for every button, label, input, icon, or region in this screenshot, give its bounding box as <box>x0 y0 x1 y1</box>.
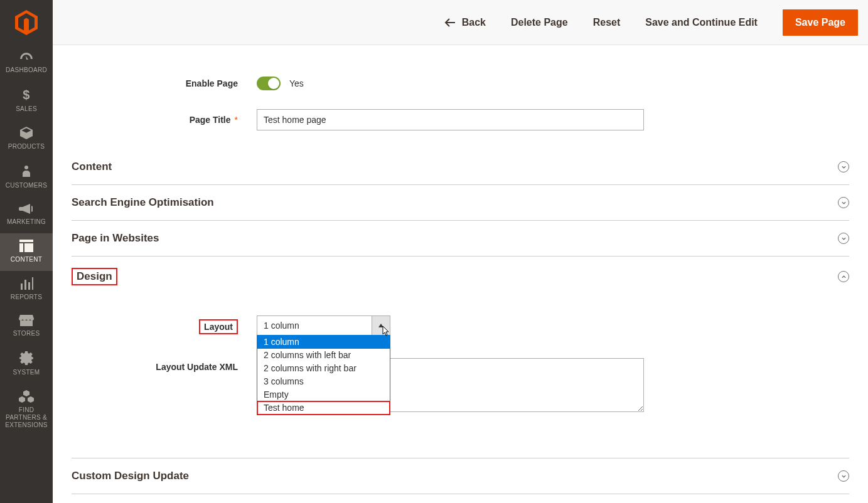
layout-option[interactable]: 2 columns with right bar <box>257 362 390 375</box>
sidebar-item-label: CONTENT <box>8 256 45 263</box>
sidebar-item-products[interactable]: PRODUCTS <box>0 120 53 158</box>
sidebar-item-label: REPORTS <box>8 294 45 301</box>
chevron-up-icon <box>838 271 849 282</box>
box-icon <box>19 127 33 140</box>
storefront-icon <box>19 315 34 327</box>
layout-option[interactable]: Test home <box>257 401 390 415</box>
dashboard-icon <box>19 51 34 64</box>
top-action-bar: Back Delete Page Reset Save and Continue… <box>53 0 868 45</box>
accordion-content-header[interactable]: Content <box>72 149 849 184</box>
layout-label: Layout <box>204 322 233 332</box>
main-content: Back Delete Page Reset Save and Continue… <box>53 0 868 503</box>
magento-logo-icon <box>15 10 38 35</box>
save-continue-button[interactable]: Save and Continue Edit <box>645 17 758 28</box>
layout-option[interactable]: 3 columns <box>257 375 390 388</box>
sidebar-item-label: DASHBOARD <box>3 66 50 74</box>
dollar-icon: $ <box>22 88 31 103</box>
page-title-row: Page Title <box>72 109 849 130</box>
sidebar-item-find-partners-extensions[interactable]: FIND PARTNERS & EXTENSIONS <box>0 384 53 437</box>
svg-text:$: $ <box>23 88 29 102</box>
accordion-page-in-websites-title: Page in Websites <box>72 232 159 245</box>
sidebar-item-system[interactable]: SYSTEM <box>0 345 53 384</box>
layout-option[interactable]: Empty <box>257 388 390 401</box>
layout-label-highlight: Layout <box>199 319 238 334</box>
layout-option[interactable]: 2 columns with left bar <box>257 349 390 362</box>
enable-page-toggle[interactable]: Yes <box>257 77 304 90</box>
chevron-down-icon <box>838 197 849 208</box>
layout-label-wrap: Layout <box>72 315 257 334</box>
accordion-design: Design Layout 1 column <box>72 257 849 458</box>
accordion-content: Content <box>72 149 849 185</box>
layout-select-value: 1 column <box>257 315 390 336</box>
sidebar-item-label: SALES <box>13 105 40 113</box>
accordion-custom-design-update-header[interactable]: Custom Design Update <box>72 458 849 494</box>
select-arrow-button[interactable] <box>372 315 390 336</box>
sidebar-item-reports[interactable]: REPORTS <box>0 271 53 309</box>
accordion-page-in-websites-header[interactable]: Page in Websites <box>72 221 849 256</box>
accordion-custom-design-update-title: Custom Design Update <box>72 470 189 482</box>
sidebar-item-label: SYSTEM <box>11 369 43 376</box>
gear-icon <box>19 351 33 366</box>
toggle-thumb <box>268 78 279 89</box>
layout-dropdown: 1 column2 columns with left bar2 columns… <box>257 335 390 415</box>
accordion-design-header[interactable]: Design <box>72 257 849 297</box>
accordion-custom-design-update: Custom Design Update <box>72 458 849 494</box>
back-button[interactable]: Back <box>444 17 486 28</box>
page-title-label: Page Title <box>72 115 257 125</box>
page-title-input[interactable] <box>257 109 644 130</box>
reset-button[interactable]: Reset <box>593 17 621 28</box>
enable-page-row: Enable Page Yes <box>72 77 849 90</box>
layout-option[interactable]: 1 column <box>257 336 390 349</box>
accordion-design-body: Layout 1 column 1 column2 columns with l… <box>72 297 849 458</box>
cubes-icon <box>19 390 34 404</box>
bars-icon <box>19 277 33 291</box>
sidebar-item-customers[interactable]: CUSTOMERS <box>0 158 53 197</box>
layout-update-xml-row: Layout Update XML <box>72 358 849 414</box>
delete-page-button[interactable]: Delete Page <box>511 17 568 28</box>
sidebar-item-sales[interactable]: $SALES <box>0 82 53 120</box>
sidebar-item-stores[interactable]: STORES <box>0 309 53 345</box>
accordion-seo-title: Search Engine Optimisation <box>72 196 214 209</box>
sidebar-item-label: FIND PARTNERS & EXTENSIONS <box>0 406 53 429</box>
accordion-page-in-websites: Page in Websites <box>72 221 849 257</box>
chevron-down-icon <box>838 233 849 244</box>
enable-page-value: Yes <box>289 78 304 88</box>
magento-logo[interactable] <box>0 0 53 45</box>
sidebar: DASHBOARD$SALESPRODUCTSCUSTOMERSMARKETIN… <box>0 0 53 503</box>
layout-select[interactable]: 1 column 1 column2 columns with left bar… <box>257 315 390 336</box>
layout-icon <box>19 240 33 253</box>
sidebar-item-label: STORES <box>11 330 43 337</box>
select-arrow-up-icon <box>378 324 383 327</box>
layout-update-xml-label: Layout Update XML <box>72 358 257 372</box>
chevron-down-icon <box>838 161 849 172</box>
accordion-seo-header[interactable]: Search Engine Optimisation <box>72 185 849 220</box>
chevron-down-icon <box>838 470 849 482</box>
back-arrow-icon <box>444 18 456 27</box>
sidebar-item-label: CUSTOMERS <box>3 182 50 189</box>
megaphone-icon <box>19 203 34 216</box>
accordion-content-title: Content <box>72 161 112 173</box>
accordion-seo: Search Engine Optimisation <box>72 185 849 221</box>
back-label: Back <box>462 17 486 28</box>
sidebar-item-content[interactable]: CONTENT <box>0 233 53 271</box>
person-icon <box>21 164 31 179</box>
save-page-button[interactable]: Save Page <box>783 9 858 36</box>
sidebar-item-label: MARKETING <box>4 218 48 226</box>
toggle-track <box>257 77 281 90</box>
design-title-highlight: Design <box>72 268 117 285</box>
layout-row: Layout 1 column 1 column2 columns with l… <box>72 315 849 336</box>
sidebar-item-dashboard[interactable]: DASHBOARD <box>0 45 53 82</box>
sidebar-item-label: PRODUCTS <box>6 143 48 151</box>
accordion-design-title: Design <box>77 270 112 282</box>
enable-page-label: Enable Page <box>72 78 257 88</box>
sidebar-item-marketing[interactable]: MARKETING <box>0 197 53 233</box>
